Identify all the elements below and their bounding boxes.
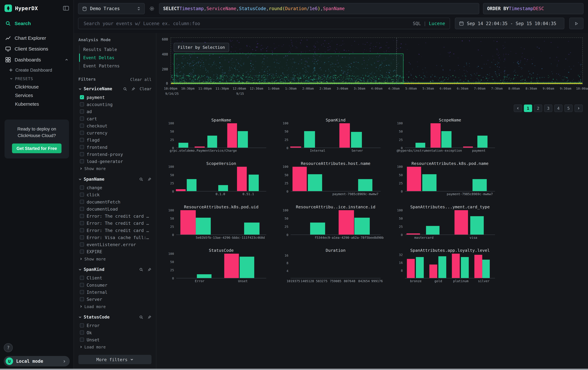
checkbox[interactable] <box>80 131 84 135</box>
checkbox[interactable] <box>80 276 84 280</box>
checkbox[interactable] <box>80 152 84 156</box>
pin-icon[interactable] <box>147 177 151 181</box>
analysis-mode-results-table[interactable]: Results Table <box>80 45 151 54</box>
chart-bar[interactable] <box>178 143 188 148</box>
chart-bar[interactable] <box>415 143 425 148</box>
chart-bar[interactable] <box>240 257 254 278</box>
chart-bar[interactable] <box>482 260 490 278</box>
chart-bar[interactable] <box>463 146 473 148</box>
filter-item[interactable]: Error <box>78 322 151 329</box>
checkbox[interactable]: ✓ <box>80 95 84 100</box>
pin-icon[interactable] <box>147 315 151 319</box>
filter-item[interactable]: Consumer <box>78 281 151 289</box>
chart-bar[interactable] <box>452 254 460 278</box>
checkbox[interactable] <box>80 214 84 218</box>
checkbox[interactable] <box>80 323 84 328</box>
search-icon[interactable] <box>139 177 143 181</box>
filter-item[interactable]: load-generator <box>78 158 151 165</box>
chart-bar[interactable] <box>218 185 228 191</box>
chart-bar[interactable] <box>422 174 437 191</box>
chart-bar[interactable] <box>439 256 446 278</box>
checkbox[interactable] <box>80 200 84 204</box>
more-filters-button[interactable]: More filters <box>78 355 151 364</box>
checkbox[interactable] <box>80 330 84 335</box>
checkbox[interactable] <box>80 250 84 254</box>
chart-bar[interactable] <box>308 174 322 191</box>
chart-bar[interactable] <box>461 257 469 278</box>
show-more-link[interactable]: Load more <box>78 343 151 349</box>
chart-bar[interactable] <box>180 210 196 235</box>
filter-item[interactable]: Client <box>78 274 151 281</box>
filter-item[interactable]: Ok <box>78 329 151 336</box>
checkbox[interactable] <box>80 145 84 149</box>
filter-item[interactable]: click <box>78 191 151 198</box>
checkbox[interactable] <box>80 338 84 342</box>
filter-item[interactable]: Error: Visa cache full: … <box>78 234 151 241</box>
filter-item[interactable]: frontend-proxy <box>78 150 151 158</box>
filter-item[interactable]: ad <box>78 108 151 115</box>
chart-bar[interactable] <box>339 210 354 235</box>
clear-all-link[interactable]: Clear all <box>130 77 151 81</box>
chart-bar[interactable] <box>187 179 196 191</box>
source-select[interactable]: Demo Traces <box>78 3 145 14</box>
page-button-2[interactable]: 2 <box>534 105 542 112</box>
sql-orderby-editor[interactable]: ORDER BY Timestamp DESC <box>483 3 584 14</box>
checkbox[interactable] <box>80 207 84 211</box>
sidebar-item-dashboards[interactable]: Dashboards <box>0 54 74 65</box>
chart-bar[interactable] <box>454 210 468 235</box>
source-settings-button[interactable] <box>148 3 155 14</box>
checkbox[interactable] <box>80 159 84 163</box>
time-range-picker[interactable]: Sep 14 22:04:35 - Sep 15 10:04:35 <box>455 18 564 29</box>
chart-bar[interactable] <box>472 179 487 191</box>
language-toggle[interactable]: SQL | Lucene <box>413 21 445 26</box>
filter-section-header[interactable]: ServiceNameClear <box>78 86 151 91</box>
show-more-link[interactable]: Show more <box>78 255 151 261</box>
chart-bar[interactable] <box>406 233 420 235</box>
filter-item[interactable]: ✓payment <box>78 94 151 101</box>
checkbox[interactable] <box>80 117 84 121</box>
checkbox[interactable] <box>80 290 84 294</box>
checkbox[interactable] <box>80 235 84 240</box>
filter-item[interactable]: Server <box>78 296 151 303</box>
chart-bar[interactable] <box>238 131 248 148</box>
checkbox[interactable] <box>80 221 84 225</box>
search-icon[interactable] <box>139 315 143 319</box>
chart-bar[interactable] <box>290 147 301 148</box>
chart-bar[interactable] <box>227 123 237 148</box>
chart-bar[interactable] <box>197 274 211 278</box>
checkbox[interactable] <box>80 228 84 232</box>
presets-toggle[interactable]: PRESETS <box>0 74 74 82</box>
chart-bar[interactable] <box>416 257 424 278</box>
sidebar-preset-kubernetes[interactable]: Kubernetes <box>0 100 74 109</box>
filter-item[interactable]: Unset <box>78 336 151 343</box>
chart-bar[interactable] <box>470 216 484 235</box>
filter-item[interactable]: Error: The credit card (… <box>78 220 151 227</box>
sidebar-preset-services[interactable]: Services <box>0 91 74 100</box>
filter-item[interactable]: accounting <box>78 101 151 108</box>
horizontal-scrollbar[interactable] <box>0 369 588 370</box>
create-dashboard-button[interactable]: Create Dashboard <box>0 65 74 74</box>
checkbox[interactable] <box>80 283 84 287</box>
filter-item[interactable]: currency <box>78 129 151 136</box>
analysis-mode-event-deltas[interactable]: Event Deltas <box>79 54 151 62</box>
sql-toggle[interactable]: SQL <box>413 21 421 26</box>
get-started-button[interactable]: Get Started for Free <box>12 143 62 153</box>
filter-item[interactable]: EXPIRE <box>78 248 151 255</box>
filter-item[interactable]: documentLoad <box>78 205 151 212</box>
search-input[interactable] <box>83 20 409 26</box>
page-button-5[interactable]: 5 <box>564 105 573 112</box>
chart-bar[interactable] <box>249 175 259 191</box>
filter-item[interactable]: Error: The credit card (… <box>78 227 151 234</box>
sidebar-item-search[interactable]: Search <box>0 18 74 29</box>
show-more-link[interactable]: Show more <box>78 165 151 171</box>
search-icon[interactable] <box>123 87 127 91</box>
chart-bar[interactable] <box>477 135 487 148</box>
chart-bar[interactable] <box>355 218 370 235</box>
chart-bar[interactable] <box>207 135 217 148</box>
sql-select-editor[interactable]: SELECT Timestamp, ServiceName, StatusCod… <box>159 3 479 14</box>
chart-bar[interactable] <box>292 167 307 191</box>
chart-bar[interactable] <box>224 254 239 278</box>
checkbox[interactable] <box>80 192 84 197</box>
chart-bar[interactable] <box>407 259 415 278</box>
clear-filter-link[interactable]: Clear <box>140 87 151 91</box>
